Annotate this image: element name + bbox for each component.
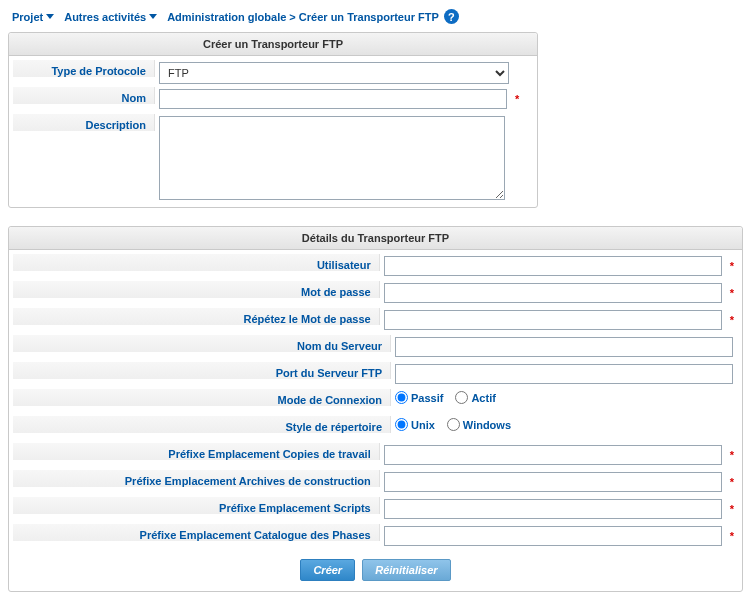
panel-title: Créer un Transporteur FTP <box>9 33 537 56</box>
password-input[interactable] <box>384 283 722 303</box>
password-label: Mot de passe <box>13 281 380 298</box>
prefix-build-label: Préfixe Emplacement Archives de construc… <box>13 470 380 487</box>
button-row: Créer Réinitialiser <box>13 551 738 587</box>
other-activities-menu[interactable]: Autres activités <box>64 11 157 23</box>
details-panel: Détails du Transporteur FTP Utilisateur … <box>8 226 743 592</box>
breadcrumb-text: Administration globale > Créer un Transp… <box>167 11 439 23</box>
required-marker: * <box>730 314 734 326</box>
connmode-passive-label: Passif <box>411 392 443 404</box>
directory-style-label: Style de répertoire <box>13 416 391 433</box>
password-repeat-label: Répétez le Mot de passe <box>13 308 380 325</box>
dirstyle-windows-radio[interactable] <box>447 418 460 431</box>
dirstyle-unix-label: Unix <box>411 419 435 431</box>
prefix-work-input[interactable] <box>384 445 722 465</box>
other-activities-label: Autres activités <box>64 11 146 23</box>
server-name-label: Nom du Serveur <box>13 335 391 352</box>
help-icon[interactable]: ? <box>444 9 459 24</box>
panel-title: Détails du Transporteur FTP <box>9 227 742 250</box>
dirstyle-unix-radio[interactable] <box>395 418 408 431</box>
name-label: Nom <box>13 87 155 104</box>
prefix-phases-input[interactable] <box>384 526 722 546</box>
reset-button[interactable]: Réinitialiser <box>362 559 450 581</box>
create-button[interactable]: Créer <box>300 559 355 581</box>
top-navbar: Projet Autres activités Administration g… <box>8 5 743 32</box>
protocol-select[interactable]: FTP <box>159 62 509 84</box>
prefix-work-label: Préfixe Emplacement Copies de travail <box>13 443 380 460</box>
dirstyle-windows-label: Windows <box>463 419 511 431</box>
connmode-passive-radio[interactable] <box>395 391 408 404</box>
connmode-active-option[interactable]: Actif <box>455 391 495 404</box>
connection-mode-group: Passif Actif <box>395 391 496 404</box>
required-marker: * <box>730 503 734 515</box>
server-name-input[interactable] <box>395 337 733 357</box>
required-marker: * <box>730 287 734 299</box>
prefix-scripts-label: Préfixe Emplacement Scripts <box>13 497 380 514</box>
dirstyle-windows-option[interactable]: Windows <box>447 418 511 431</box>
prefix-scripts-input[interactable] <box>384 499 722 519</box>
name-input[interactable] <box>159 89 507 109</box>
required-marker: * <box>730 260 734 272</box>
create-transporter-panel: Créer un Transporteur FTP Type de Protoc… <box>8 32 538 208</box>
connmode-active-label: Actif <box>471 392 495 404</box>
connmode-active-radio[interactable] <box>455 391 468 404</box>
connection-mode-label: Mode de Connexion <box>13 389 391 406</box>
project-menu-label: Projet <box>12 11 43 23</box>
connmode-passive-option[interactable]: Passif <box>395 391 443 404</box>
required-marker: * <box>730 449 734 461</box>
required-marker: * <box>730 476 734 488</box>
ftp-port-label: Port du Serveur FTP <box>13 362 391 379</box>
user-label: Utilisateur <box>13 254 380 271</box>
ftp-port-input[interactable] <box>395 364 733 384</box>
user-input[interactable] <box>384 256 722 276</box>
password-repeat-input[interactable] <box>384 310 722 330</box>
description-label: Description <box>13 114 155 131</box>
required-marker: * <box>515 93 519 105</box>
project-menu[interactable]: Projet <box>12 11 54 23</box>
prefix-build-input[interactable] <box>384 472 722 492</box>
required-marker: * <box>730 530 734 542</box>
caret-down-icon <box>46 14 54 19</box>
breadcrumb: Administration globale > Créer un Transp… <box>167 9 459 24</box>
description-textarea[interactable] <box>159 116 505 200</box>
directory-style-group: Unix Windows <box>395 418 511 431</box>
prefix-phases-label: Préfixe Emplacement Catalogue des Phases <box>13 524 380 541</box>
dirstyle-unix-option[interactable]: Unix <box>395 418 435 431</box>
protocol-label: Type de Protocole <box>13 60 155 77</box>
caret-down-icon <box>149 14 157 19</box>
